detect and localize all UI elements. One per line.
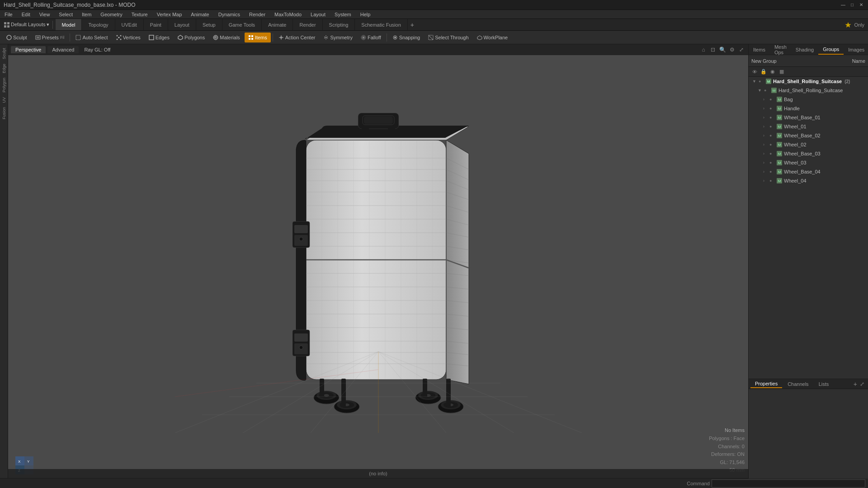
vertices-button[interactable]: Vertices xyxy=(113,33,144,42)
tree-item-wheel-02[interactable]: › ● M Wheel_02 xyxy=(749,140,868,149)
svg-rect-121 xyxy=(423,379,427,398)
add-tab-button[interactable]: + xyxy=(408,21,417,28)
tree-item-root[interactable]: ▼ ● M Hard_Shell_Rolling_Suitcase (2) xyxy=(749,77,868,86)
vp-fit-button[interactable]: ⊡ xyxy=(709,46,717,54)
maximize-button[interactable]: □ xyxy=(849,2,855,8)
scene-icon-render[interactable]: ◉ xyxy=(769,68,777,76)
vp-tab-advanced[interactable]: Advanced xyxy=(47,46,79,53)
vp-tab-perspective[interactable]: Perspective xyxy=(11,46,46,53)
vp-expand-button[interactable]: ⤢ xyxy=(737,46,745,54)
menu-system[interactable]: System xyxy=(333,11,353,18)
tree-item-wheel-01[interactable]: › ● M Wheel_01 xyxy=(749,122,868,131)
tab-scripting[interactable]: Scripting xyxy=(323,19,355,30)
tab-setup[interactable]: Setup xyxy=(196,19,222,30)
snapping-button[interactable]: Snapping xyxy=(389,33,424,42)
tree-item-wheel-base-03[interactable]: › ● M Wheel_Base_03 xyxy=(749,149,868,158)
prop-tab-properties[interactable]: Properties xyxy=(750,380,782,388)
edges-button[interactable]: Edges xyxy=(145,33,173,42)
new-group-button[interactable]: New Group xyxy=(751,58,777,64)
vp-zoom-in-button[interactable]: 🔍 xyxy=(718,46,726,54)
tree-item-0[interactable]: ▼ ● M Hard_Shell_Rolling_Suitcase xyxy=(749,86,868,95)
layout-dropdown[interactable]: Default Layouts ▾ xyxy=(11,22,50,28)
sidebar-tab-sculpt[interactable]: Sculpt xyxy=(1,46,7,61)
viewport[interactable]: Perspective Advanced Ray GL: Off ⌂ ⊡ 🔍 ⚙… xyxy=(8,44,748,478)
svg-rect-21 xyxy=(249,38,250,40)
rp-tab-images[interactable]: Images xyxy=(844,44,868,55)
tab-uvedit[interactable]: UVEdit xyxy=(115,19,144,30)
sidebar-tab-uv[interactable]: UV xyxy=(1,95,7,105)
menu-view[interactable]: View xyxy=(38,11,52,18)
menu-animate[interactable]: Animate xyxy=(189,11,211,18)
svg-point-14 xyxy=(118,37,119,38)
svg-point-29 xyxy=(363,37,364,38)
menu-texture[interactable]: Texture xyxy=(130,11,150,18)
tab-layout[interactable]: Layout xyxy=(168,19,196,30)
props-expand-button[interactable]: ⤢ xyxy=(858,381,866,387)
prop-tab-lists[interactable]: Lists xyxy=(814,380,834,388)
sidebar-tab-polygon[interactable]: Polygon xyxy=(1,76,7,94)
tab-topology[interactable]: Topology xyxy=(82,19,115,30)
close-button[interactable]: ✕ xyxy=(858,2,864,8)
rp-tab-groups[interactable]: Groups xyxy=(818,44,844,55)
rp-tab-items[interactable]: Items xyxy=(749,44,770,55)
tab-game-tools[interactable]: Game Tools xyxy=(222,19,262,30)
menu-select[interactable]: Select xyxy=(57,11,75,18)
tree-item-handle[interactable]: › ● M Handle xyxy=(749,104,868,113)
tree-item-wheel-base-01[interactable]: › ● M Wheel_Base_01 xyxy=(749,113,868,122)
select-through-button[interactable]: Select Through xyxy=(425,33,472,42)
tree-item-bag[interactable]: › ● M Bag xyxy=(749,95,868,104)
tree-item-wheel-03[interactable]: › ● M Wheel_03 xyxy=(749,158,868,167)
command-input[interactable] xyxy=(712,479,865,488)
sidebar-tab-edge[interactable]: Edge xyxy=(1,62,7,75)
falloff-button[interactable]: Falloff xyxy=(357,33,385,42)
tab-paint[interactable]: Paint xyxy=(144,19,168,30)
tab-model[interactable]: Model xyxy=(56,19,82,30)
svg-rect-2 xyxy=(4,25,6,28)
menu-maxtomodo[interactable]: MaxToModo xyxy=(273,11,303,18)
symmetry-button[interactable]: Symmetry xyxy=(320,33,356,42)
menu-file[interactable]: File xyxy=(3,11,14,18)
presets-button[interactable]: Presets Fil xyxy=(32,33,68,42)
bp-command: Command xyxy=(687,479,865,488)
menu-layout[interactable]: Layout xyxy=(309,11,327,18)
props-add-button[interactable]: + xyxy=(854,380,857,388)
items-button[interactable]: Items xyxy=(245,33,271,42)
rp-tab-mesh-ops[interactable]: Mesh Ops xyxy=(770,44,791,55)
prop-tab-channels[interactable]: Channels xyxy=(783,380,813,388)
tab-right: Only xyxy=(845,22,868,28)
scene-icon-shade[interactable]: ▦ xyxy=(778,68,786,76)
menu-edit[interactable]: Edit xyxy=(20,11,32,18)
polygons-button[interactable]: Polygons xyxy=(174,33,208,42)
action-center-button[interactable]: Action Center xyxy=(275,33,319,42)
workplane-button[interactable]: WorkPlane xyxy=(473,33,512,42)
menu-help[interactable]: Help xyxy=(359,11,373,18)
materials-button[interactable]: Materials xyxy=(209,33,244,42)
tab-render[interactable]: Render xyxy=(293,19,322,30)
items-icon xyxy=(248,35,254,40)
menu-geometry[interactable]: Geometry xyxy=(99,11,124,18)
minimize-button[interactable]: — xyxy=(840,2,846,8)
tree-item-wheel-base-04[interactable]: › ● M Wheel_Base_04 xyxy=(749,167,868,176)
menu-vertex-map[interactable]: Vertex Map xyxy=(155,11,184,18)
scene-icon-row: 👁 🔒 ◉ ▦ xyxy=(749,67,868,77)
scene-icon-eye[interactable]: 👁 xyxy=(750,68,759,76)
scene-icon-lock[interactable]: 🔒 xyxy=(760,68,768,76)
menu-render[interactable]: Render xyxy=(247,11,267,18)
sidebar-tab-fusion[interactable]: Fusion xyxy=(1,105,7,121)
suitcase-svg xyxy=(247,99,509,425)
svg-marker-16 xyxy=(178,35,183,40)
ray-gl-button[interactable]: Ray GL: Off xyxy=(80,45,114,55)
vp-settings-button[interactable]: ⚙ xyxy=(728,46,736,54)
tab-animate[interactable]: Animate xyxy=(262,19,293,30)
rp-tab-shading[interactable]: Shading xyxy=(791,44,818,55)
tree-item-wheel-base-02[interactable]: › ● M Wheel_Base_02 xyxy=(749,131,868,140)
vp-home-button[interactable]: ⌂ xyxy=(699,46,708,54)
auto-select-button[interactable]: Auto Select xyxy=(72,33,111,42)
tab-schematic-fusion[interactable]: Schematic Fusion xyxy=(355,19,407,30)
menu-item[interactable]: Item xyxy=(80,11,93,18)
svg-rect-1 xyxy=(7,22,9,24)
tree-item-wheel-04[interactable]: › ● M Wheel_04 xyxy=(749,176,868,185)
menu-dynamics[interactable]: Dynamics xyxy=(217,11,242,18)
sculpt-button[interactable]: Sculpt xyxy=(3,33,31,42)
menu-bar: File Edit View Select Item Geometry Text… xyxy=(0,10,868,19)
